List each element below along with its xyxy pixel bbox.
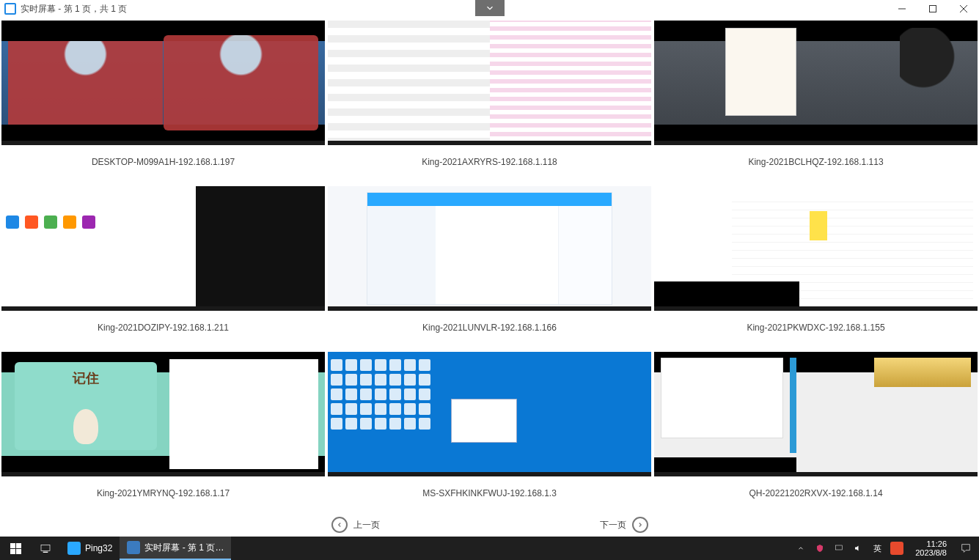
close-button[interactable] <box>948 0 979 18</box>
app-monitor-icon <box>4 3 16 15</box>
maximize-button[interactable] <box>917 0 948 18</box>
screen-cell: King-2021BCLHQZ-192.168.1.113 <box>654 21 978 186</box>
taskbar-app-ping32[interactable]: Ping32 <box>60 537 120 560</box>
monitor-icon <box>127 541 140 554</box>
ping32-icon <box>67 542 81 555</box>
task-view-icon <box>40 542 51 554</box>
screen-thumbnail[interactable] <box>1 186 325 311</box>
thumb-card-text: 记住 <box>73 369 99 387</box>
ime-label: 英 <box>873 543 881 554</box>
screens-grid-zone: DESKTOP-M099A1H-192.168.1.197 King-2021A… <box>0 18 979 516</box>
taskbar-app-realtime-screen[interactable]: 实时屏幕 - 第 1 页… <box>120 537 231 560</box>
clock-date: 2023/8/8 <box>915 548 947 557</box>
screen-thumbnail[interactable] <box>654 21 978 145</box>
taskbar-app-label: Ping32 <box>85 543 112 553</box>
screen-thumbnail[interactable]: 记住 <box>1 352 325 476</box>
screen-caption: King-2021BCLHQZ-192.168.1.113 <box>654 157 978 167</box>
screen-thumbnail[interactable] <box>328 186 651 311</box>
pager: 上一页 下一页 <box>0 516 979 534</box>
notification-icon <box>960 542 972 554</box>
clock-time: 11:26 <box>926 539 947 548</box>
screen-cell: QH-20221202RXVX-192.168.1.14 <box>654 352 978 517</box>
tray-shield-icon[interactable] <box>814 542 826 554</box>
screen-cell: King-2021PKWDXC-192.168.1.155 <box>654 186 978 352</box>
arrow-left-icon <box>331 517 348 533</box>
screen-caption: King-2021PKWDXC-192.168.1.155 <box>654 323 978 333</box>
windows-logo-icon <box>10 543 21 554</box>
screens-grid: DESKTOP-M099A1H-192.168.1.197 King-2021A… <box>1 21 978 517</box>
tray-sogou-icon[interactable] <box>890 542 903 555</box>
dropdown-toggle[interactable] <box>475 0 505 16</box>
screen-thumbnail[interactable] <box>1 21 325 145</box>
windows-taskbar: Ping32 实时屏幕 - 第 1 页… 英 11:26 2023/8/8 <box>0 537 979 560</box>
titlebar: 实时屏幕 - 第 1 页，共 1 页 <box>0 0 979 18</box>
window-controls <box>887 0 979 18</box>
prev-page-label: 上一页 <box>353 519 380 531</box>
screen-cell: 记住 King-2021YMRYNQ-192.168.1.17 <box>1 352 325 517</box>
taskbar-clock[interactable]: 11:26 2023/8/8 <box>909 539 953 557</box>
screen-cell: King-2021AXRYRS-192.168.1.118 <box>328 21 651 186</box>
screen-cell: King-2021LUNVLR-192.168.1.166 <box>328 186 651 352</box>
svg-rect-4 <box>41 545 50 550</box>
screen-caption: King-2021LUNVLR-192.168.1.166 <box>328 323 651 333</box>
svg-rect-1 <box>930 6 936 12</box>
screen-thumbnail[interactable] <box>654 186 978 311</box>
svg-rect-5 <box>43 552 48 553</box>
arrow-right-icon <box>632 517 648 533</box>
start-button[interactable] <box>0 537 31 560</box>
screen-caption: MS-SXFHKINKFWUJ-192.168.1.3 <box>328 488 651 498</box>
screen-thumbnail[interactable] <box>328 352 651 476</box>
screen-thumbnail[interactable] <box>654 352 978 476</box>
screen-caption: King-2021YMRYNQ-192.168.1.17 <box>1 488 325 498</box>
tray-up-icon[interactable] <box>795 542 807 554</box>
screen-caption: King-2021AXRYRS-192.168.1.118 <box>328 157 651 167</box>
next-page-button[interactable]: 下一页 <box>600 516 648 534</box>
tray-volume-icon[interactable] <box>852 542 864 554</box>
screen-caption: King-2021DOZIPY-192.168.1.211 <box>1 323 325 333</box>
svg-rect-6 <box>836 545 843 550</box>
screen-caption: DESKTOP-M099A1H-192.168.1.197 <box>1 157 325 167</box>
screen-thumbnail[interactable] <box>328 21 651 145</box>
screen-caption: QH-20221202RXVX-192.168.1.14 <box>654 488 978 498</box>
screen-cell: DESKTOP-M099A1H-192.168.1.197 <box>1 21 325 186</box>
task-view-button[interactable] <box>31 542 60 554</box>
minimize-button[interactable] <box>887 0 917 18</box>
tray-ime-icon[interactable]: 英 <box>871 542 883 554</box>
next-page-label: 下一页 <box>600 519 626 531</box>
tray-network-icon[interactable] <box>833 542 845 554</box>
screen-cell: MS-SXFHKINKFWUJ-192.168.1.3 <box>328 352 651 517</box>
prev-page-button[interactable]: 上一页 <box>331 516 380 534</box>
window-title: 实时屏幕 - 第 1 页，共 1 页 <box>21 3 127 15</box>
taskbar-app-label: 实时屏幕 - 第 1 页… <box>144 542 224 554</box>
screen-cell: King-2021DOZIPY-192.168.1.211 <box>1 186 325 352</box>
chevron-down-icon <box>485 3 495 13</box>
action-center-button[interactable] <box>953 542 979 554</box>
system-tray: 英 <box>789 542 909 555</box>
